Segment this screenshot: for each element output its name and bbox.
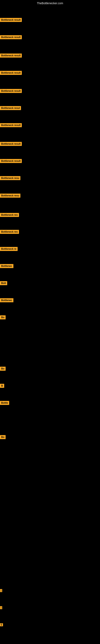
bottleneck-badge-5: Bottleneck result [0,89,22,93]
bottleneck-badge-4: Bottleneck result [0,71,22,75]
bottleneck-badge-11: Bottleneck resu [0,194,20,198]
bottleneck-badge-35: | [0,606,2,609]
bottleneck-badge-7: Bottleneck result [0,123,22,127]
bottleneck-badge-21: Bo [0,367,6,371]
bottleneck-badge-22: B [0,384,4,388]
bottleneck-badge-16: Bott [0,281,7,285]
bottleneck-badge-14: Bottleneck re [0,247,18,251]
bottleneck-badge-34: | [0,589,2,592]
bottleneck-badge-23: Bottle [0,401,9,405]
bottleneck-badge-10: Bottleneck resu [0,176,20,180]
bottleneck-badge-3: Bottleneck result [0,54,22,58]
bottleneck-badge-1: Bottleneck result [0,18,22,22]
bottleneck-badge-17: Bottlenec [0,298,13,302]
bottleneck-badge-15: Bottlenec [0,264,13,268]
bottleneck-badge-6: Bottleneck resul [0,106,21,110]
bottleneck-badge-12: Bottleneck res [0,213,19,217]
bottleneck-badge-18: Bo [0,315,6,320]
bottleneck-badge-13: Bottleneck res [0,230,19,234]
bottleneck-badge-25: Bo [0,435,6,439]
bottleneck-badge-36: E [0,623,3,626]
bottleneck-badge-2: Bottleneck result [0,35,22,39]
bottleneck-badge-8: Bottleneck result [0,142,22,146]
site-title: TheBottlenecker.com [0,0,100,6]
bottleneck-badge-9: Bottleneck result [0,159,22,163]
